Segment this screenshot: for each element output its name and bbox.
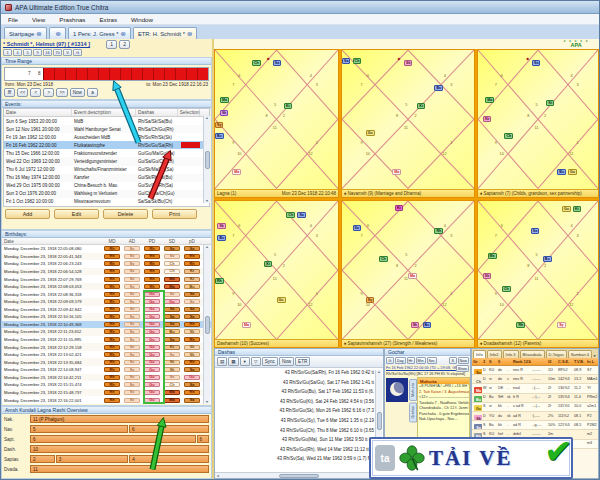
show-button[interactable]: Show bbox=[456, 365, 469, 372]
table-view-icon[interactable]: ▦ bbox=[228, 357, 238, 366]
chart-dashamsh[interactable]: SkBuChSaKtGuRhMa674391011258211 Dashamsh… bbox=[214, 200, 339, 349]
time-nav-button[interactable]: < bbox=[30, 88, 41, 97]
event-row[interactable]: Fri 16 Feb 1962 22:00:00 Flutkatastrophe… bbox=[4, 141, 209, 149]
event-row[interactable]: Thu 6 Jul 1972 12:00:00 Wirtschafts/Fina… bbox=[4, 166, 209, 174]
document-tab[interactable]: 1 Pers: J. Gress * ⊗ bbox=[68, 27, 131, 39]
menu-item[interactable]: Extras bbox=[92, 16, 124, 23]
time-nav-button[interactable]: >> bbox=[56, 88, 67, 97]
list-view-icon[interactable]: ▤ bbox=[217, 357, 227, 366]
document-tab[interactable]: Startpage ⊗ bbox=[4, 27, 47, 39]
event-action-button[interactable]: Edit bbox=[54, 209, 99, 219]
col-ad[interactable]: AD bbox=[122, 239, 142, 244]
scroll-down-icon[interactable]: ▼ bbox=[205, 199, 208, 203]
birthdays-scrollbar[interactable]: ▲ ▼ bbox=[203, 245, 210, 404]
birthday-row[interactable]: Monday, December 23, 1918 22:13:02,421 R… bbox=[2, 351, 211, 359]
gochar-step-button[interactable]: Hr bbox=[407, 357, 415, 364]
chart-saptamsh[interactable]: ◆SaMaSkKtChBuGu674391011258211 ♦ Saptams… bbox=[477, 49, 599, 198]
gochar-mode-button[interactable]: S bbox=[449, 357, 457, 364]
gochar-mode-button[interactable]: Now bbox=[458, 357, 469, 364]
time-nav-button[interactable]: > bbox=[43, 88, 54, 97]
col-pd2[interactable]: pD bbox=[182, 239, 202, 244]
info-tab[interactable]: Info 3 bbox=[503, 350, 519, 358]
sync-button[interactable]: Sync bbox=[262, 357, 278, 366]
info-row[interactable]: Gu S vr kh - v ad R ---|--- 2f 131%5 10.… bbox=[472, 403, 598, 412]
col-date[interactable]: Date bbox=[4, 109, 72, 116]
col-pd[interactable]: PD bbox=[142, 239, 162, 244]
birthday-row[interactable]: Monday, December 23, 1918 22:12:29,158 R… bbox=[2, 343, 211, 351]
mini-button[interactable]: 9 bbox=[33, 49, 42, 56]
dashas-hscrollbar[interactable]: ◄ ► bbox=[215, 472, 383, 478]
gochar-step-button[interactable]: Sec bbox=[427, 357, 437, 364]
event-row[interactable]: Wed 22 Oct 1969 12:00:00 Verteidigungsmi… bbox=[4, 157, 209, 165]
dasha-line[interactable]: 43 Rh/Sv/Gu(Sy), Tue 6 Mar 1962 1:35 tt … bbox=[215, 416, 374, 426]
birthday-row[interactable]: Monday, December 23, 1918 22:08:03,053 R… bbox=[2, 283, 211, 291]
col-selection[interactable]: Selection bbox=[178, 109, 200, 116]
event-row[interactable]: Wed 29 Oct 1975 09:00:00 China-Besuch b.… bbox=[4, 182, 209, 190]
time-nav-button[interactable]: << bbox=[17, 88, 28, 97]
download-overlay[interactable]: ta TẢI VỀ bbox=[369, 437, 573, 479]
time-range-unselected[interactable]: 7 8 bbox=[5, 68, 43, 80]
birthday-row[interactable]: Monday, December 23, 1918 22:08:36,318 R… bbox=[2, 290, 211, 298]
dasha-line[interactable]: 43 Rh/Sv/Gu(Ch), Thu 8 Mar 1962 6:10 tt … bbox=[215, 426, 374, 436]
birthday-row[interactable]: Monday, December 23, 1918 22:14:42,211 R… bbox=[2, 374, 211, 382]
page-button[interactable]: 2 bbox=[119, 40, 130, 49]
col-dashas[interactable]: Dashas bbox=[136, 109, 178, 116]
scroll-thumb[interactable] bbox=[279, 474, 319, 478]
event-action-button[interactable]: Delete bbox=[103, 209, 148, 219]
document-tab[interactable]: ⊗ bbox=[49, 27, 66, 39]
scroll-up-icon[interactable]: ▲ bbox=[377, 370, 380, 374]
col-date[interactable]: Date bbox=[2, 239, 102, 244]
tab-close-icon[interactable]: ⊗ bbox=[36, 31, 41, 37]
birthday-row[interactable]: Monday, December 23, 1918 22:05:08,080 R… bbox=[2, 245, 211, 253]
time-nav-button[interactable]: fff bbox=[4, 88, 15, 97]
mini-button[interactable]: 5 bbox=[23, 49, 32, 56]
info-tab[interactable]: Bhavabala bbox=[520, 350, 545, 358]
birthday-row[interactable]: Monday, December 23, 1918 22:06:54,528 R… bbox=[2, 268, 211, 276]
chart-navamsh[interactable]: SaCh◆SkBuKtGuMa674391011258211 ♦ Navamsh… bbox=[341, 49, 475, 198]
scroll-down-icon[interactable]: ▼ bbox=[205, 400, 208, 404]
info-row[interactable]: Sy D KU de - neu R ------- 11f 89%2 08.9 bbox=[472, 366, 598, 375]
filter-icon[interactable]: ▽ bbox=[251, 357, 261, 366]
event-row[interactable]: Thu 16 May 1974 12:00:00 Kanzler Gu/Sk/R… bbox=[4, 174, 209, 182]
birthday-row[interactable]: Monday, December 23, 1918 22:14:08,947 R… bbox=[2, 366, 211, 374]
birthday-row[interactable]: Monday, December 23, 1918 22:15:48,737 R… bbox=[2, 389, 211, 397]
info-row[interactable]: Ch D vr de v neu R --;---- 10m 142%3 13.… bbox=[472, 375, 598, 384]
scroll-up-icon[interactable]: ▲ bbox=[205, 245, 208, 249]
col-description[interactable]: Event description bbox=[72, 109, 136, 116]
event-action-button[interactable]: Print bbox=[152, 209, 197, 219]
info-tab[interactable]: Info bbox=[473, 350, 486, 358]
info-row[interactable]: Bu D Ba SH vk fr R --:|--- 2f 135%3 11.4 bbox=[472, 394, 598, 403]
event-row[interactable]: Thu 15 Dec 1966 12:00:00 Fraktionsvorsit… bbox=[4, 149, 209, 157]
dasha-line[interactable]: 43 Rh/Sv/Gu(Bu), Sat 17 Feb 1962 11:53 t… bbox=[215, 387, 374, 397]
info-tab[interactable]: Sambari 4 bbox=[568, 350, 592, 358]
info-row[interactable]: Sa S Ba kh - ad R --g---- 10% 121%3 08.5 bbox=[472, 421, 598, 430]
dasha-line[interactable]: 43 Rh/Sv/Gu(Ma), Sun 11 Mar 1962 9:50 tt… bbox=[215, 435, 374, 445]
dasha-line[interactable]: 43 Rh/Sv/Gu(Kt), Sat 24 Feb 1962 4:54 tt… bbox=[215, 397, 374, 407]
document-tab[interactable]: ETR: H. Schmidt * ⊗ bbox=[133, 27, 197, 39]
info-tab[interactable]: D-Yogas bbox=[546, 350, 567, 358]
mini-button[interactable]: G bbox=[73, 49, 82, 56]
events-scrollbar[interactable]: ▲ ▼ bbox=[203, 116, 210, 203]
person-link[interactable]: * Schmidt *, Helmut (97) [ #1314 ] bbox=[3, 41, 90, 47]
gochar-step-button[interactable]: Day bbox=[395, 357, 406, 364]
event-row[interactable]: Fri 1 Oct 1982 10:00:00 Misstrauensvotum… bbox=[4, 198, 209, 206]
birthday-row[interactable]: Monday, December 23, 1918 22:15:15,474 R… bbox=[2, 381, 211, 389]
tab-close-icon[interactable]: ⊗ bbox=[120, 31, 125, 37]
birthday-row[interactable]: Monday, December 23, 1918 22:11:55,895 R… bbox=[2, 336, 211, 344]
scroll-left-icon[interactable]: ◄ bbox=[216, 474, 219, 478]
dasha-line[interactable]: 43 Rh/Sv/Gu(Sk), Mon 26 Feb 1962 6:16 tt… bbox=[215, 406, 374, 416]
menu-item[interactable]: Window bbox=[124, 16, 160, 23]
gochar-datetime-link[interactable]: Fri 16 Feb 1962 22:00:00 (TD +-59:08, GM… bbox=[385, 366, 456, 371]
time-range-bar[interactable]: 7 8 bbox=[4, 67, 209, 81]
time-nav-button[interactable]: a bbox=[87, 88, 98, 97]
chart-dvadashamsh[interactable]: GuKtSaMaBuChSkRhSy674391011258211 ♦ Dvad… bbox=[477, 200, 599, 349]
time-range-selected[interactable] bbox=[43, 68, 208, 80]
menu-item[interactable]: Prashnas bbox=[52, 16, 92, 23]
col-md[interactable]: MD bbox=[102, 239, 122, 244]
scroll-thumb[interactable] bbox=[377, 412, 382, 430]
menu-item[interactable]: File bbox=[1, 16, 25, 23]
birthday-row[interactable]: Monday, December 23, 1918 22:10:16,105 R… bbox=[2, 313, 211, 321]
event-row[interactable]: Fri 19 Jan 1962 12:00:00 Ausscheiden MdB… bbox=[4, 133, 209, 141]
etr-button[interactable]: ETR bbox=[295, 357, 310, 366]
birthday-row[interactable]: Monday, December 23, 1918 22:09:42,842 R… bbox=[2, 306, 211, 314]
